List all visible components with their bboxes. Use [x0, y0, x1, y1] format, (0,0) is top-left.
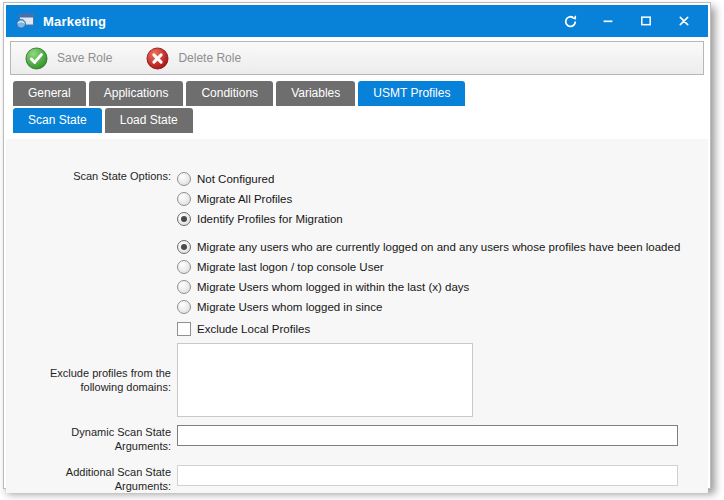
tab-usmt-profiles[interactable]: USMT Profiles	[358, 81, 465, 106]
delete-role-button[interactable]: Delete Role	[146, 47, 241, 70]
radio-indicator	[177, 212, 191, 226]
close-button[interactable]	[670, 11, 698, 31]
sub-tab-strip: Scan StateLoad State	[13, 108, 708, 133]
title-bar: Marketing	[6, 5, 708, 37]
tab-conditions[interactable]: Conditions	[186, 81, 273, 106]
exclude-domains-label: Exclude profiles from the following doma…	[6, 366, 171, 394]
tab-applications[interactable]: Applications	[89, 81, 184, 106]
window-title: Marketing	[43, 14, 546, 29]
radio-label: Identify Profiles for Migration	[197, 213, 343, 225]
radio-migrate-last-logon-top-console-user[interactable]: Migrate last logon / top console User	[177, 257, 680, 276]
toolbar-button-label: Delete Role	[178, 51, 241, 65]
scan-state-options-row: Scan State Options: Not ConfiguredMigrat…	[6, 169, 708, 229]
minimize-icon	[601, 14, 615, 28]
radio-indicator	[177, 172, 191, 186]
radio-indicator	[177, 240, 191, 254]
subtab-load-state[interactable]: Load State	[105, 108, 193, 133]
radio-migrate-any-users-who-are-currently-logged-on-and-any-users-whose-profiles-have-been-loaded[interactable]: Migrate any users who are currently logg…	[177, 237, 680, 256]
dialog-window: Marketing Save RoleDelete Role GeneralAp…	[3, 2, 711, 489]
radio-label: Not Configured	[197, 173, 274, 185]
dynamic-args-row: Dynamic Scan State Arguments:	[6, 425, 708, 453]
close-icon	[677, 14, 691, 28]
radio-label: Migrate Users whom logged in since	[197, 301, 382, 313]
radio-identify-profiles-for-migration[interactable]: Identify Profiles for Migration	[177, 209, 343, 228]
exclude-domains-textarea[interactable]	[177, 343, 473, 417]
scan-state-options-label: Scan State Options:	[6, 169, 171, 183]
additional-args-label: Additional Scan State Arguments:	[6, 465, 171, 493]
save-role-button[interactable]: Save Role	[25, 47, 112, 70]
tab-general[interactable]: General	[13, 81, 86, 106]
radio-label: Migrate Users whom logged in within the …	[197, 281, 469, 293]
refresh-icon	[563, 14, 578, 29]
minimize-button[interactable]	[594, 11, 622, 31]
maximize-icon	[639, 14, 653, 28]
secondary-options-group: Migrate any users who are currently logg…	[177, 237, 680, 317]
radio-indicator	[177, 280, 191, 294]
migration-detail-row: Migrate any users who are currently logg…	[6, 237, 708, 317]
radio-label: Migrate All Profiles	[197, 193, 292, 205]
toolbar-button-label: Save Role	[57, 51, 112, 65]
radio-indicator	[177, 260, 191, 274]
radio-label: Migrate last logon / top console User	[197, 261, 384, 273]
checkbox-label: Exclude Local Profiles	[197, 323, 310, 335]
dynamic-args-input[interactable]	[177, 425, 678, 446]
additional-args-input[interactable]	[177, 465, 678, 486]
exclude-domains-row: Exclude profiles from the following doma…	[6, 343, 708, 417]
refresh-button[interactable]	[556, 11, 584, 31]
radio-migrate-users-whom-logged-in-since[interactable]: Migrate Users whom logged in since	[177, 297, 680, 316]
radio-indicator	[177, 192, 191, 206]
maximize-button[interactable]	[632, 11, 660, 31]
dynamic-args-label: Dynamic Scan State Arguments:	[6, 425, 171, 453]
window-controls	[546, 11, 698, 31]
exclude-local-profiles-checkbox[interactable]: Exclude Local Profiles	[177, 319, 310, 338]
radio-indicator	[177, 300, 191, 314]
scan-state-panel: Scan State Options: Not ConfiguredMigrat…	[6, 139, 708, 493]
app-icon	[16, 13, 34, 29]
subtab-scan-state[interactable]: Scan State	[13, 108, 102, 133]
tabs-area: GeneralApplicationsConditionsVariablesUS…	[6, 75, 708, 133]
radio-migrate-users-whom-logged-in-within-the-last-x-days[interactable]: Migrate Users whom logged in within the …	[177, 277, 680, 296]
radio-migrate-all-profiles[interactable]: Migrate All Profiles	[177, 189, 343, 208]
additional-args-row: Additional Scan State Arguments:	[6, 465, 708, 493]
checkbox-indicator	[177, 322, 191, 336]
primary-options-group: Not ConfiguredMigrate All ProfilesIdenti…	[177, 169, 343, 229]
radio-not-configured[interactable]: Not Configured	[177, 169, 343, 188]
exclude-local-profiles-row: Exclude Local Profiles	[6, 319, 708, 337]
toolbar: Save RoleDelete Role	[10, 41, 704, 75]
main-tab-strip: GeneralApplicationsConditionsVariablesUS…	[13, 81, 708, 106]
radio-label: Migrate any users who are currently logg…	[197, 241, 680, 253]
save-check-icon	[25, 47, 48, 70]
tab-variables[interactable]: Variables	[276, 81, 355, 106]
delete-x-icon	[146, 47, 169, 70]
